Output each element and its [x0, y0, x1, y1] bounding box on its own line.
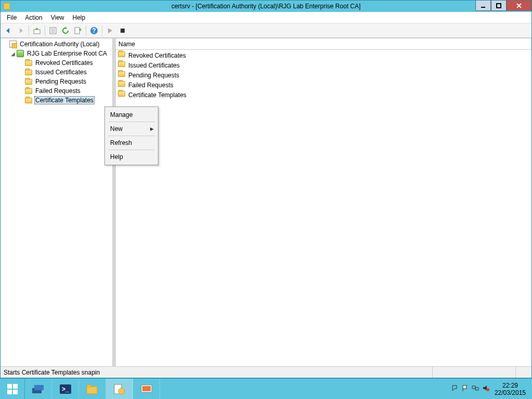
context-separator: [108, 136, 155, 136]
tray-clock[interactable]: 22:29 22/03/2015: [493, 382, 528, 396]
folder-icon: [24, 68, 33, 76]
list-body[interactable]: Revoked Certificates Issued Certificates…: [115, 50, 531, 366]
up-button[interactable]: [31, 25, 43, 36]
tray-network-icon[interactable]: [472, 384, 479, 393]
svg-rect-13: [121, 29, 125, 33]
svg-rect-23: [87, 385, 91, 387]
folder-icon: [24, 59, 33, 67]
tree-label: Failed Requests: [34, 87, 82, 95]
start-service-button[interactable]: [104, 25, 116, 36]
start-button[interactable]: [0, 379, 25, 399]
tree-root[interactable]: Certification Authority (Local): [2, 39, 112, 49]
tray-flag-icon[interactable]: [461, 384, 469, 393]
minimize-button[interactable]: [475, 1, 491, 11]
submenu-arrow-icon: ▶: [150, 126, 154, 131]
folder-icon: [118, 71, 126, 79]
tray-volume-icon[interactable]: [482, 384, 489, 393]
menu-view[interactable]: View: [47, 13, 69, 22]
tree-label: Certificate Templates: [34, 96, 95, 104]
back-button[interactable]: [3, 25, 14, 36]
tree-pending[interactable]: Pending Requests: [2, 77, 112, 86]
taskbar-server-manager[interactable]: [25, 379, 52, 399]
stop-service-button[interactable]: [117, 25, 128, 36]
list-header: Name: [115, 38, 531, 50]
collapse-icon[interactable]: ◢: [10, 51, 16, 57]
context-help[interactable]: Help: [106, 151, 157, 163]
svg-rect-0: [4, 3, 10, 9]
list-item-templates[interactable]: Certificate Templates: [116, 90, 531, 100]
taskbar-certsrv[interactable]: [106, 379, 133, 399]
toolbar-separator: [45, 25, 45, 36]
context-refresh[interactable]: Refresh: [106, 137, 157, 149]
svg-rect-22: [87, 387, 97, 394]
refresh-button[interactable]: [60, 25, 71, 36]
toolbar: ?: [1, 23, 531, 38]
statusbar: Starts Certificate Templates snapin: [1, 366, 531, 378]
tree-revoked[interactable]: Revoked Certificates: [2, 58, 112, 68]
list-item-label: Certificate Templates: [128, 91, 187, 99]
context-label: Refresh: [110, 139, 132, 147]
folder-icon: [24, 77, 33, 86]
menu-help[interactable]: Help: [69, 13, 90, 22]
svg-rect-16: [7, 390, 12, 394]
list-item-failed[interactable]: Failed Requests: [116, 80, 531, 90]
status-empty: [433, 367, 516, 378]
taskbar: >_ 22:29 22/03/2015: [0, 378, 532, 399]
list-item-revoked[interactable]: Revoked Certificates: [116, 50, 531, 60]
taskbar-mstsc[interactable]: [133, 379, 160, 399]
window-title: certsrv - [Certification Authority (Loca…: [1, 3, 531, 10]
system-tray: 22:29 22/03/2015: [447, 379, 532, 399]
titlebar[interactable]: certsrv - [Certification Authority (Loca…: [1, 1, 531, 12]
taskbar-powershell[interactable]: >_: [52, 379, 79, 399]
toolbar-separator: [86, 25, 86, 36]
list-item-pending[interactable]: Pending Requests: [116, 70, 531, 80]
folder-icon: [118, 91, 126, 99]
taskbar-explorer[interactable]: [79, 379, 106, 399]
status-grip: [516, 367, 531, 378]
menu-file[interactable]: File: [3, 13, 21, 22]
menubar: File Action View Help: [1, 12, 531, 23]
menu-action[interactable]: Action: [21, 13, 46, 22]
svg-text:?: ?: [92, 27, 96, 34]
clock-date: 22/03/2015: [495, 389, 526, 396]
help-button[interactable]: ?: [88, 25, 100, 36]
context-label: New: [110, 125, 123, 132]
context-separator: [108, 150, 155, 150]
context-separator: [108, 122, 155, 122]
context-label: Manage: [110, 111, 132, 118]
svg-rect-15: [13, 384, 18, 389]
tray-notifications-icon[interactable]: [451, 384, 458, 393]
svg-rect-10: [75, 28, 79, 34]
list-item-issued[interactable]: Issued Certificates: [116, 60, 531, 70]
ca-root-icon: [9, 40, 17, 48]
svg-rect-28: [472, 386, 475, 389]
list-item-label: Issued Certificates: [128, 62, 180, 69]
status-text: Starts Certificate Templates snapin: [1, 367, 433, 378]
tree-label: Certification Authority (Local): [19, 41, 100, 48]
svg-point-30: [486, 388, 489, 391]
clock-time: 22:29: [495, 382, 526, 389]
close-button[interactable]: [507, 1, 531, 11]
svg-rect-29: [475, 388, 478, 390]
export-button[interactable]: [72, 25, 84, 36]
tree-issued[interactable]: Issued Certificates: [2, 68, 112, 77]
context-manage[interactable]: Manage: [106, 109, 157, 121]
tree-pane[interactable]: Certification Authority (Local) ◢ RJG La…: [1, 38, 113, 366]
tree-ca[interactable]: ◢ RJG Lab Enterprise Root CA: [2, 49, 112, 58]
forward-button[interactable]: [15, 25, 26, 36]
certsrv-window: certsrv - [Certification Authority (Loca…: [0, 0, 532, 378]
context-new[interactable]: New▶: [106, 123, 157, 135]
folder-icon: [118, 81, 126, 89]
maximize-button[interactable]: [491, 1, 507, 11]
window-controls: [475, 1, 531, 12]
list-pane: Name Revoked Certificates Issued Certifi…: [115, 38, 531, 366]
context-label: Help: [110, 153, 123, 161]
column-name[interactable]: Name: [115, 38, 531, 49]
tree-failed[interactable]: Failed Requests: [2, 86, 112, 96]
svg-rect-17: [13, 390, 18, 394]
properties-button[interactable]: [47, 25, 59, 36]
svg-rect-19: [34, 385, 44, 390]
tree-templates[interactable]: Certificate Templates: [2, 96, 112, 105]
tree-label: Revoked Certificates: [34, 59, 94, 66]
app-icon: [3, 2, 11, 10]
